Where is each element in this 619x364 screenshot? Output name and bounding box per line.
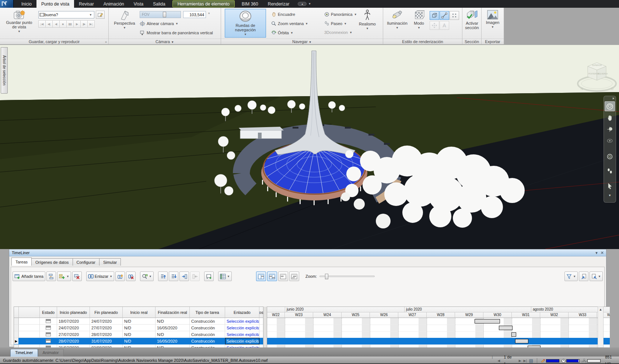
navbar-walk-button[interactable] [605, 166, 615, 176]
align-camera-button[interactable]: Alinear cámara ▼ [140, 21, 178, 26]
ribbon-footer-export[interactable]: Exportar [482, 39, 504, 44]
cell-fin-planeado[interactable]: 31/07/2020 [90, 338, 123, 344]
chevron-down-icon[interactable]: ▼ [608, 194, 611, 197]
viewpoint-combo[interactable]: buena? ▼ [38, 11, 94, 18]
play-icon[interactable]: ▶ [73, 20, 81, 28]
cell-enlazado[interactable]: Selección explícita [225, 318, 259, 325]
timeliner-titlebar[interactable]: TimeLiner ▾ ✕ [9, 249, 606, 256]
table-row[interactable]: 24/07/202027/07/2020N/D16/05/2020Constru… [14, 325, 263, 331]
navbar-look-button[interactable] [605, 151, 615, 161]
timeliner-tab-configurar[interactable]: Configurar [73, 258, 99, 266]
cell-fin-planeado[interactable]: 27/07/2020 [90, 325, 123, 331]
cell-blank[interactable] [19, 338, 40, 344]
link-button[interactable]: Enlazar ▼ [86, 272, 114, 281]
add-task-button[interactable]: Añadir tarea [13, 272, 45, 281]
cell-finalizacion-real[interactable]: 16/05/2020 [155, 325, 190, 331]
auto-add-tasks-button[interactable]: ▼ [57, 272, 71, 281]
navbar-steering-wheel-button[interactable] [605, 101, 615, 111]
cell-inicio-planeado[interactable]: 18/07/2020 [57, 318, 90, 325]
first-sheet-button[interactable]: |◀ [492, 354, 495, 364]
row-marker[interactable] [14, 325, 19, 331]
find-items-button[interactable]: ▼ [140, 272, 154, 281]
ribbon-footer-navigate[interactable]: Navegar ▼ [221, 39, 383, 44]
navbar-select-button[interactable] [605, 181, 615, 191]
timeliner-tab-tareas[interactable]: Tareas [11, 258, 32, 266]
menu-tab-inicio[interactable]: Inicio [17, 0, 36, 8]
edit-viewpoint-button[interactable] [96, 11, 105, 19]
gantt-zoom-slider[interactable] [319, 276, 375, 277]
ribbon-footer-section[interactable]: Sección [462, 39, 481, 44]
dock-tab-timeliner[interactable]: TimeLiner [10, 349, 38, 357]
menu-tab-renderizar[interactable]: Renderizar [263, 0, 294, 8]
menu-tab-punto-de-vista[interactable]: Punto de vista [36, 0, 74, 8]
lighting-button[interactable]: Iluminación ▼ [385, 10, 409, 30]
table-row[interactable]: ▶28/07/202031/07/2020N/D16/05/2020Constr… [14, 338, 263, 344]
menu-tab-bim-360[interactable]: BIM 360 [237, 0, 263, 8]
cell-estado[interactable] [40, 318, 57, 325]
mode-button[interactable]: Modo ▼ [410, 10, 427, 30]
ribbon-collapse-control[interactable]: ▲ ▼ [298, 0, 311, 8]
table-row[interactable]: 27/07/202028/07/2020N/DN/DConstrucciónSe… [14, 331, 263, 338]
gantt-bar[interactable] [515, 339, 528, 343]
cell-estado[interactable] [40, 338, 57, 344]
skip-end-icon[interactable]: ▶| [87, 20, 95, 28]
dock-tab-animator[interactable]: Animator [38, 349, 64, 357]
cell-tipo[interactable]: Construcción [190, 338, 225, 344]
attach-button[interactable] [115, 272, 125, 281]
realism-button[interactable]: Realismo ▼ [357, 10, 378, 31]
column-header-fin-planeado[interactable]: Fin planeado [90, 307, 123, 318]
cell-coste[interactable] [259, 331, 263, 338]
chevron-down-icon[interactable]: ▼ [88, 13, 93, 17]
column-header-inicio-real[interactable]: Inicio real [123, 307, 155, 318]
view-planned-toggle[interactable] [278, 272, 288, 281]
fov-value-field[interactable]: 103,544 [183, 11, 206, 18]
export-tasks-button[interactable]: ▼ [590, 272, 603, 281]
cell-inicio-real[interactable]: N/D [123, 331, 155, 338]
app-logo[interactable] [0, 0, 14, 8]
expand-icon[interactable]: » [105, 39, 107, 45]
column-header-estado[interactable]: Estado [40, 307, 57, 318]
3d-viewport[interactable]: SUPERIOR POSTERIOR IZQUIERDA N O Árbol d… [0, 45, 619, 249]
column-header-inicio-planeado[interactable]: Inicio planeado [57, 307, 90, 318]
columns-button[interactable]: ▼ [218, 272, 232, 281]
detach-button[interactable] [126, 272, 136, 281]
navbar-pan-button[interactable] [605, 113, 615, 123]
menu-tab-revisar[interactable]: Revisar [74, 0, 99, 8]
cell-enlazado[interactable]: Selección explícita [225, 325, 259, 331]
panel-menu-icon[interactable]: ▾ [595, 250, 598, 255]
row-marker-current[interactable]: ▶ [14, 338, 19, 344]
cell-blank[interactable] [19, 331, 40, 338]
navigation-wheels-button[interactable]: Ruedas de navegación ▼ [225, 9, 266, 38]
step-forward-icon[interactable]: |▶ [80, 20, 88, 28]
view-gantt-toggle[interactable] [267, 272, 277, 281]
gantt-bar[interactable] [499, 326, 513, 330]
cell-fin-planeado[interactable]: 28/07/2020 [90, 331, 123, 338]
cell-finalizacion-real[interactable]: N/D [155, 331, 190, 338]
view-actual-toggle[interactable] [289, 272, 299, 281]
cell-finalizacion-real[interactable]: N/D [155, 318, 190, 325]
menu-tab-herramientas-de-elemento[interactable]: Herramientas de elemento [172, 0, 235, 7]
wireframe-toggle[interactable] [430, 11, 439, 20]
column-header-blank[interactable] [19, 307, 40, 318]
walk-button[interactable]: Paseo ▼ [324, 21, 347, 26]
lines-toggle[interactable] [440, 11, 449, 20]
cell-inicio-real[interactable]: N/D [123, 318, 155, 325]
gantt-bar[interactable] [475, 319, 500, 323]
points-toggle[interactable] [450, 11, 459, 20]
cell-finalizacion-real[interactable]: 16/05/2020 [155, 338, 190, 344]
timeliner-tab-or-genes-de-datos[interactable]: Orígenes de datos [31, 258, 73, 266]
cell-inicio-planeado[interactable]: 24/07/2020 [57, 325, 90, 331]
gantt-zoom-thumb[interactable] [325, 274, 328, 279]
add-comment-button[interactable] [204, 272, 214, 281]
skip-start-icon[interactable]: |◀ [38, 20, 46, 28]
cell-tipo[interactable]: Construcción [190, 318, 225, 325]
column-header-enlazado[interactable]: Enlazado [225, 307, 259, 318]
cell-blank[interactable] [19, 318, 40, 325]
column-header-blank[interactable] [14, 307, 19, 318]
column-header-finalizaci-n-real[interactable]: Finalización real [155, 307, 190, 318]
save-viewpoint-button[interactable]: Guardar punto de vista ▼ [4, 10, 34, 34]
move-down-button[interactable] [169, 272, 178, 281]
row-marker[interactable] [14, 318, 19, 325]
enable-section-button[interactable]: Activar sección [463, 10, 481, 30]
zoom-window-button[interactable]: Zoom ventana ▼ [271, 21, 308, 26]
